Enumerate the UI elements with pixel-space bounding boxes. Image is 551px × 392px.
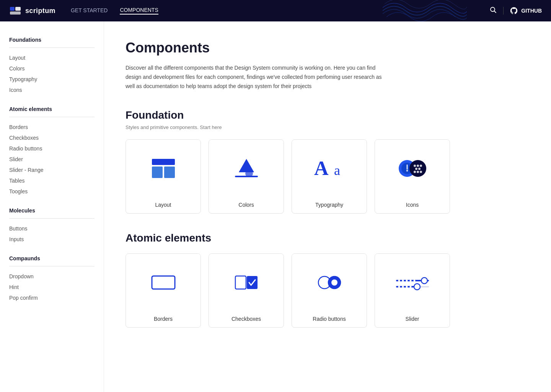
svg-point-41 xyxy=(414,284,420,290)
svg-point-42 xyxy=(398,286,400,288)
atomic-card-grid: Borders Checkboxes xyxy=(126,253,450,328)
card-typography[interactable]: A a Typography xyxy=(292,139,367,214)
sidebar-item-icons[interactable]: Icons xyxy=(9,85,95,95)
svg-point-16 xyxy=(406,170,408,172)
card-radio-visual xyxy=(292,254,367,311)
svg-rect-28 xyxy=(247,276,258,289)
svg-line-4 xyxy=(494,11,496,13)
sidebar-title-foundations: Foundations xyxy=(9,37,95,43)
svg-point-35 xyxy=(402,280,404,282)
atomic-section-title: Atomic elements xyxy=(126,232,450,244)
svg-point-21 xyxy=(415,168,417,170)
sidebar-group-molecules: Molecules Buttons Inputs xyxy=(9,207,95,245)
card-borders-label: Borders xyxy=(126,311,201,327)
page-title: Components xyxy=(126,40,450,56)
sidebar-item-buttons[interactable]: Buttons xyxy=(9,223,95,234)
svg-point-36 xyxy=(406,280,408,282)
svg-rect-26 xyxy=(152,276,175,289)
card-colors[interactable]: Colors xyxy=(209,139,284,214)
svg-point-31 xyxy=(331,279,337,286)
sidebar-title-atomic: Atomic elements xyxy=(9,106,95,112)
github-icon xyxy=(510,7,518,15)
github-label: GITHUB xyxy=(521,8,542,14)
nav-components[interactable]: COMPONENTS xyxy=(120,7,158,15)
card-icons-label: Icons xyxy=(375,197,450,213)
foundation-section-subtitle: Styles and primitive components. Start h… xyxy=(126,124,450,130)
sidebar-item-slider-range[interactable]: Slider - Range xyxy=(9,165,95,175)
sidebar-item-dropdown[interactable]: Dropdown xyxy=(9,271,95,282)
svg-rect-10 xyxy=(235,176,258,177)
svg-rect-2 xyxy=(10,11,21,15)
sidebar-item-layout[interactable]: Layout xyxy=(9,52,95,63)
github-link[interactable]: GITHUB xyxy=(510,7,542,15)
logo[interactable]: scriptum xyxy=(9,5,55,17)
svg-rect-6 xyxy=(152,167,163,178)
svg-point-19 xyxy=(417,165,419,167)
svg-point-22 xyxy=(418,168,421,170)
svg-marker-8 xyxy=(239,159,254,172)
svg-point-24 xyxy=(417,171,419,173)
card-borders-visual xyxy=(126,254,201,311)
svg-point-37 xyxy=(409,280,411,282)
sidebar-item-toogles[interactable]: Toogles xyxy=(9,186,95,197)
svg-rect-27 xyxy=(235,276,246,289)
card-checkboxes[interactable]: Checkboxes xyxy=(209,253,284,328)
sidebar: Foundations Layout Colors Typography Ico… xyxy=(0,21,104,392)
foundation-section-title: Foundation xyxy=(126,109,450,121)
foundation-card-grid: Layout Colors A a xyxy=(126,139,450,214)
sidebar-item-colors[interactable]: Colors xyxy=(9,63,95,74)
sidebar-divider-molecules xyxy=(9,218,95,219)
header-divider xyxy=(503,7,504,15)
sidebar-divider-foundations xyxy=(9,47,95,48)
card-radio-buttons[interactable]: Radio buttons xyxy=(292,253,367,328)
svg-point-33 xyxy=(421,278,427,284)
sidebar-item-inputs[interactable]: Inputs xyxy=(9,234,95,245)
svg-point-17 xyxy=(409,160,426,177)
logo-icon xyxy=(9,5,21,17)
card-checkboxes-visual xyxy=(209,254,284,311)
sidebar-group-atomic: Atomic elements Borders Checkboxes Radio… xyxy=(9,106,95,197)
card-layout-visual xyxy=(126,140,201,197)
svg-text:a: a xyxy=(334,163,340,178)
sidebar-item-hint[interactable]: Hint xyxy=(9,282,95,292)
sidebar-item-tables[interactable]: Tables xyxy=(9,175,95,186)
page-container: Foundations Layout Colors Typography Ico… xyxy=(0,21,551,392)
sidebar-divider-compaunds xyxy=(9,266,95,266)
sidebar-group-compaunds: Compaunds Dropdown Hint Pop confirm xyxy=(9,255,95,303)
sidebar-item-radio-buttons[interactable]: Radio buttons xyxy=(9,143,95,154)
sidebar-title-compaunds: Compaunds xyxy=(9,255,95,261)
sidebar-item-borders[interactable]: Borders xyxy=(9,122,95,132)
sidebar-divider-atomic xyxy=(9,117,95,117)
page-description: Discover all the different components th… xyxy=(126,64,386,91)
svg-rect-7 xyxy=(164,167,175,178)
svg-point-23 xyxy=(414,171,416,173)
header-right: GITHUB xyxy=(489,6,542,16)
search-icon[interactable] xyxy=(489,6,497,16)
card-slider-visual xyxy=(375,254,450,311)
nav-get-started[interactable]: GET STARTED xyxy=(71,7,108,14)
card-slider[interactable]: Slider xyxy=(375,253,450,328)
svg-rect-0 xyxy=(10,7,15,11)
svg-point-18 xyxy=(414,165,416,167)
svg-point-45 xyxy=(409,286,411,288)
sidebar-item-typography[interactable]: Typography xyxy=(9,74,95,85)
sidebar-item-pop-confirm[interactable]: Pop confirm xyxy=(9,292,95,303)
svg-point-25 xyxy=(420,171,422,173)
card-layout-label: Layout xyxy=(126,197,201,213)
sidebar-group-foundations: Foundations Layout Colors Typography Ico… xyxy=(9,37,95,95)
card-radio-label: Radio buttons xyxy=(292,311,367,327)
svg-point-20 xyxy=(420,165,422,167)
sidebar-item-checkboxes[interactable]: Checkboxes xyxy=(9,132,95,143)
main-content: Components Discover all the different co… xyxy=(104,21,471,392)
svg-rect-5 xyxy=(152,159,175,165)
card-typography-visual: A a xyxy=(292,140,367,197)
card-borders[interactable]: Borders xyxy=(126,253,201,328)
sidebar-item-slider[interactable]: Slider xyxy=(9,154,95,165)
svg-point-43 xyxy=(402,286,404,288)
svg-point-34 xyxy=(398,280,400,282)
logo-text: scriptum xyxy=(25,7,55,15)
card-icons[interactable]: Icons xyxy=(375,139,450,214)
svg-text:A: A xyxy=(314,157,329,179)
card-layout[interactable]: Layout xyxy=(126,139,201,214)
card-slider-label: Slider xyxy=(375,311,450,327)
